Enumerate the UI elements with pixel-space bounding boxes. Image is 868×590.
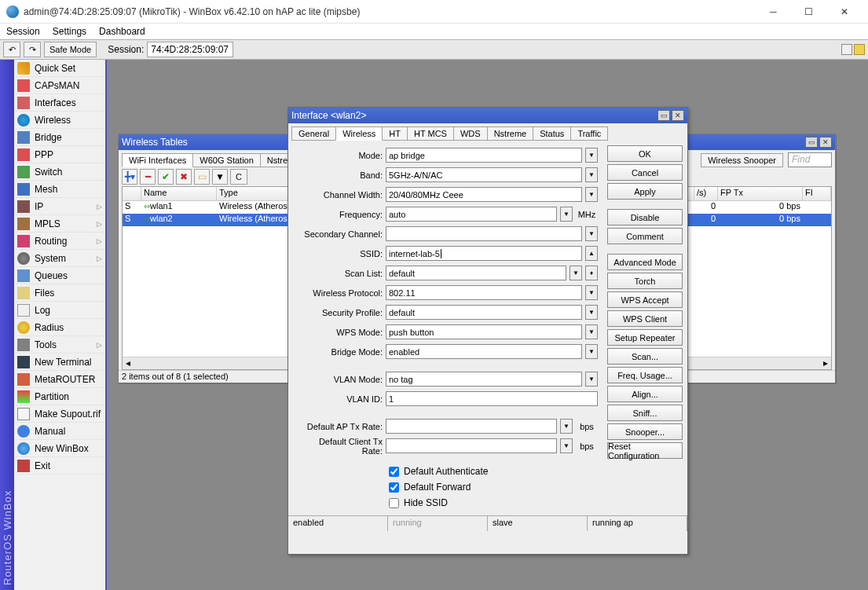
sidebar-item-wireless[interactable]: Wireless	[14, 112, 105, 129]
disable-button[interactable]: ✖	[176, 169, 192, 185]
checkbox-hide[interactable]	[389, 498, 399, 508]
wps-accept-button[interactable]: WPS Accept	[607, 291, 683, 308]
sidebar-item-files[interactable]: Files	[14, 284, 105, 302]
freq-usage--button[interactable]: Freq. Usage...	[607, 367, 683, 383]
cap-button[interactable]: C	[230, 169, 247, 185]
checkbox-fwd[interactable]	[389, 482, 399, 493]
sidebar-item-new-winbox[interactable]: New WinBox	[14, 440, 105, 457]
sidebar-item-radius[interactable]: Radius	[14, 319, 105, 336]
sidebar-item-ip[interactable]: IP▷	[14, 198, 105, 215]
menu-settings[interactable]: Settings	[53, 26, 86, 37]
input-VLAN Mode:[interactable]: no tag	[386, 372, 582, 387]
col-type[interactable]: Type	[217, 187, 294, 200]
menu-dashboard[interactable]: Dashboard	[99, 26, 145, 37]
sidebar-item-metarouter[interactable]: MetaROUTER	[14, 371, 105, 388]
expand-icon[interactable]: ▼	[560, 419, 573, 434]
sidebar-item-make-supout-rif[interactable]: Make Supout.rif	[14, 405, 105, 423]
dropdown-icon[interactable]: ▼	[585, 148, 598, 163]
col-fi[interactable]: FI	[803, 187, 831, 200]
win-minimize-icon[interactable]: ▭	[805, 137, 818, 148]
sidebar-item-manual[interactable]: Manual	[14, 423, 105, 440]
snooper--button[interactable]: Snooper...	[607, 423, 683, 440]
tab-w60g-station[interactable]: W60G Station	[192, 153, 260, 167]
filter-button[interactable]: ▼	[212, 169, 228, 185]
dialog-minimize-icon[interactable]: ▭	[657, 110, 670, 121]
scan--button[interactable]: Scan...	[607, 348, 683, 365]
add-button[interactable]: ╋▾	[122, 169, 137, 185]
sniff--button[interactable]: Sniff...	[607, 405, 683, 421]
wireless-snooper-button[interactable]: Wireless Snooper	[701, 153, 783, 167]
checkbox-auth[interactable]	[389, 467, 399, 477]
safe-mode-button[interactable]: Safe Mode	[44, 42, 97, 57]
input-Band:[interactable]: 5GHz-A/N/AC	[386, 167, 582, 182]
dialog-tab-traffic[interactable]: Traffic	[570, 126, 608, 141]
remove-button[interactable]: ━	[140, 169, 156, 185]
sidebar-item-bridge[interactable]: Bridge	[14, 129, 105, 146]
expand-icon[interactable]: ▼	[585, 226, 598, 241]
expand-icon[interactable]: ♦	[585, 266, 598, 280]
expand-icon[interactable]: ▼	[560, 438, 573, 453]
session-value[interactable]: 74:4D:28:25:09:07	[147, 42, 233, 57]
undo-button[interactable]: ↶	[3, 42, 20, 57]
dialog-tab-wds[interactable]: WDS	[453, 126, 488, 141]
aptx-input[interactable]	[386, 419, 557, 434]
input-WPS Mode:[interactable]: push button	[386, 324, 582, 339]
sidebar-item-quick-set[interactable]: Quick Set	[14, 60, 105, 77]
redo-button[interactable]: ↷	[24, 42, 41, 57]
ssid-input[interactable]: internet-lab-5	[386, 246, 582, 261]
dialog-tab-general[interactable]: General	[291, 126, 336, 141]
comment-button[interactable]: ▭	[194, 169, 210, 185]
dialog-tab-ht[interactable]: HT	[382, 126, 408, 141]
menu-session[interactable]: Session	[6, 26, 40, 37]
wps-client-button[interactable]: WPS Client	[607, 310, 683, 327]
dropdown-icon[interactable]: ▼	[585, 344, 598, 359]
col-fptx[interactable]: FP Tx	[718, 187, 803, 200]
disable-button[interactable]: Disable	[607, 209, 683, 225]
dropdown-icon[interactable]: ▼	[585, 324, 598, 339]
input-Frequency:[interactable]: auto	[386, 207, 557, 222]
setup-repeater-button[interactable]: Setup Repeater	[607, 329, 683, 346]
sidebar-item-queues[interactable]: Queues	[14, 267, 105, 284]
sidebar-item-system[interactable]: System▷	[14, 250, 105, 267]
scroll-right-icon[interactable]: ▸	[820, 357, 831, 369]
dropdown-icon[interactable]: ▼	[585, 372, 598, 387]
minimize-button[interactable]: ─	[756, 1, 791, 23]
sidebar-item-mesh[interactable]: Mesh	[14, 181, 105, 198]
sidebar-item-tools[interactable]: Tools▷	[14, 336, 105, 354]
dropdown-icon[interactable]: ▼	[585, 305, 598, 320]
vlanid-input[interactable]: 1	[386, 391, 598, 406]
dropdown-icon[interactable]: ▼	[585, 167, 598, 182]
align--button[interactable]: Align...	[607, 386, 683, 402]
enable-button[interactable]: ✔	[158, 169, 174, 185]
input-Secondary Channel:[interactable]	[386, 226, 582, 241]
col-name[interactable]: Name	[141, 187, 217, 200]
close-button[interactable]: ✕	[826, 1, 862, 23]
col-s[interactable]: /s)	[694, 187, 718, 200]
sidebar-item-partition[interactable]: Partition	[14, 388, 105, 405]
dropdown-icon[interactable]: ▼	[560, 207, 573, 222]
sidebar-item-exit[interactable]: Exit	[14, 457, 105, 475]
input-Mode:[interactable]: ap bridge	[386, 148, 582, 163]
win-close-icon[interactable]: ✕	[819, 137, 832, 148]
cltx-input[interactable]	[386, 438, 557, 453]
input-Channel Width:[interactable]: 20/40/80MHz Ceee	[386, 187, 582, 202]
input-Scan List:[interactable]: default	[386, 266, 566, 280]
dialog-titlebar[interactable]: Interface <wlan2> ▭ ✕	[288, 108, 687, 123]
scroll-left-icon[interactable]: ◂	[123, 357, 134, 369]
sidebar-item-interfaces[interactable]: Interfaces	[14, 94, 105, 112]
reset-configuration-button[interactable]: Reset Configuration	[607, 442, 683, 459]
dialog-tab-ht-mcs[interactable]: HT MCS	[407, 126, 454, 141]
input-Wireless Protocol:[interactable]: 802.11	[386, 285, 582, 300]
apply-button[interactable]: Apply	[607, 183, 683, 200]
sidebar-item-switch[interactable]: Switch	[14, 163, 105, 181]
dropdown-icon[interactable]: ▼	[570, 266, 582, 280]
cancel-button[interactable]: Cancel	[607, 164, 683, 181]
advanced-mode-button[interactable]: Advanced Mode	[607, 254, 683, 270]
input-Security Profile:[interactable]: default	[386, 305, 582, 320]
sidebar-item-routing[interactable]: Routing▷	[14, 233, 105, 250]
comment-button[interactable]: Comment	[607, 228, 683, 244]
sidebar-item-ppp[interactable]: PPP	[14, 146, 105, 163]
tab-wifi-interfaces[interactable]: WiFi Interfaces	[122, 153, 193, 167]
dialog-tab-status[interactable]: Status	[533, 126, 571, 141]
dialog-tab-nstreme[interactable]: Nstreme	[487, 126, 534, 141]
